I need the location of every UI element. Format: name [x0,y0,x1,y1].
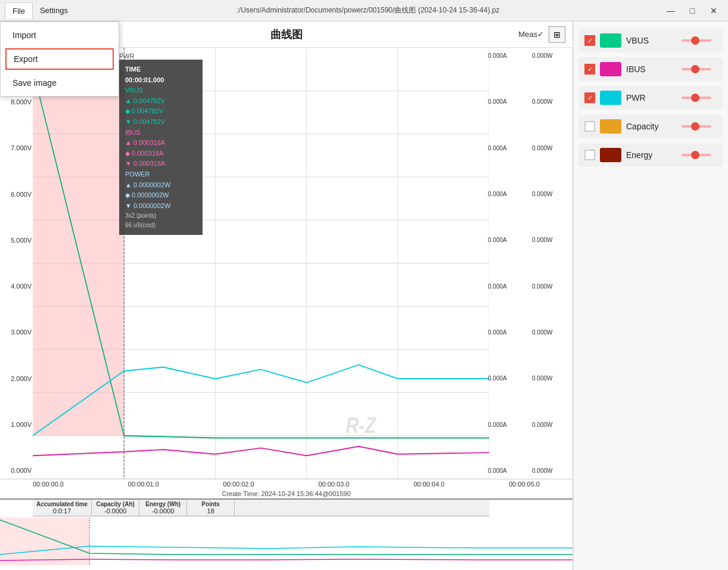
tooltip-vbus-down: ▼ 0.004782V [125,117,197,128]
x-axis: 00:00:00.0 00:00:01.0 00:00:02.0 00:00:0… [0,479,573,489]
title-bar: File Settings :/Users/Administrator/Docu… [0,0,728,21]
tooltip-time-value: 00:00:01.000 [125,75,197,86]
ibus-slider[interactable] [682,68,717,70]
energy-checkbox[interactable] [584,150,595,160]
y-right1-label: 0.000A [488,98,528,105]
export-item[interactable]: Export [5,48,114,70]
capacity-value: -0.0000 [104,507,126,515]
y-axis-left: 9.000V 8.000V 7.000V 6.000V 5.000V 4.000… [0,48,33,479]
pwr-color [600,91,621,105]
tooltip-cost: 66 uS(cost) [125,221,197,230]
chart-footer: Accumulated time 0:0:17 Capacity (Ah) -0… [0,498,573,570]
minimize-button[interactable]: — [661,4,680,18]
tooltip-power-mid: ◆ 0.0000002W [125,190,197,201]
x-label: 00:00:04.0 [413,481,444,488]
tooltip-vbus-label: VBUS [125,85,197,96]
pwr-slider[interactable] [682,97,717,99]
window-controls: — □ ✕ [661,4,723,18]
capacity-col: Capacity (Ah) -0.0000 [92,500,139,516]
y-right2-label: 0.000W [532,191,571,197]
capacity-label: Capacity [626,122,677,131]
ibus-label: IBUS [626,64,677,74]
table-icon-button[interactable]: ⊞ [549,26,565,43]
y-right1-label: 0.000A [488,145,528,151]
tooltip-ibus-label: IBUS [125,128,197,138]
points-value: 18 [207,507,214,515]
y-right2-label: 0.000W [532,375,571,382]
y-right1-label: 0.000A [488,329,528,336]
capacity-checkbox[interactable] [584,121,595,132]
y-right2-label: 0.000W [532,145,571,151]
y-right1-label: 0.000A [488,191,528,197]
y-right2-label: 0.000W [532,329,571,336]
chart-tooltip: TIME 00:00:01.000 VBUS ▲ 0.004782V ◆ 0.0… [119,60,203,235]
settings-menu[interactable]: Settings [33,2,75,18]
import-item[interactable]: Import [1,24,119,46]
file-menu[interactable]: File [5,2,33,19]
y-right1-label: 0.000A [488,52,528,59]
chart-main: PWR 9.000V 8.000V 7.000V 6.000V 5.000V 4… [0,48,573,479]
chart-controls: Meas✓ ⊞ [518,26,565,43]
y-label: 5.000V [1,237,32,244]
meas-button[interactable]: Meas✓ [518,30,544,39]
legend-capacity: Capacity [578,114,723,138]
y-right2-label: 0.000W [532,422,571,428]
maximize-button[interactable]: □ [683,4,702,18]
energy-value: -0.0000 [152,507,174,515]
legend-panel: ✓ VBUS ✓ IBUS ✓ PWR [573,21,728,570]
y-label: 1.000V [1,421,32,428]
close-button[interactable]: ✕ [704,4,723,18]
main-area: 曲线图 Meas✓ ⊞ PWR 9.000V 8.000V 7.000V 6.0… [0,21,728,570]
summary-table: Accumulated time 0:0:17 Capacity (Ah) -0… [33,500,489,516]
tooltip-power-up: ▲ 0.0000002W [125,180,197,191]
chart-panel: 曲线图 Meas✓ ⊞ PWR 9.000V 8.000V 7.000V 6.0… [0,21,573,570]
tooltip-vbus-mid: ◆ 0.004782V [125,106,197,117]
capacity-color [600,119,621,134]
y-right1-label: 0.000A [488,283,528,290]
legend-pwr: ✓ PWR [578,86,723,110]
ibus-checkbox[interactable]: ✓ [584,64,595,75]
accum-time-value: 0:0:17 [53,507,71,515]
vbus-color [600,33,621,48]
y-label: 4.000V [1,283,32,290]
x-label: 00:00:03.0 [318,481,349,488]
y-right1-label: 0.000A [488,375,528,382]
legend-ibus: ✓ IBUS [578,57,723,81]
y-right1-label: 0.000A [488,467,528,474]
tooltip-ibus-up: ▲ 0.000318A [125,138,197,148]
energy-col: Energy (Wh) -0.0000 [139,500,187,516]
window-path: :/Users/Administrator/Documents/powerz/0… [75,5,661,16]
y-label: 0.000V [1,467,32,474]
y-right2-label: 0.000W [532,98,571,105]
tooltip-power-down: ▼ 0.0000002W [125,201,197,212]
x-label: 00:00:02.0 [223,481,254,488]
y-label: 7.000V [1,144,32,151]
accum-time-header: Accumulated time [36,501,88,507]
capacity-slider[interactable] [682,125,717,128]
preview-chart-svg [0,518,573,565]
energy-color [600,148,621,162]
pwr-checkbox[interactable]: ✓ [584,92,595,103]
y-right2-label: 0.000W [532,467,571,474]
svg-text:R-Z: R-Z [346,413,377,437]
points-header: Points [201,501,220,507]
accum-time-col: Accumulated time 0:0:17 [33,500,92,516]
ibus-color [600,62,621,76]
y-right2-label: 0.000W [532,237,571,243]
vbus-checkbox[interactable]: ✓ [584,35,595,46]
save-image-item[interactable]: Save image [1,72,119,94]
preview-chart-container[interactable] [0,518,573,565]
vbus-label: VBUS [626,36,677,45]
vbus-slider[interactable] [682,39,717,42]
energy-slider[interactable] [682,154,717,156]
energy-header: Energy (Wh) [145,501,181,507]
capacity-header: Capacity (Ah) [96,501,134,507]
y-label: 2.000V [1,375,32,382]
legend-energy: Energy [578,143,723,167]
tooltip-time-label: TIME [125,64,197,75]
y-axis-right2: 0.000W 0.000W 0.000W 0.000W 0.000W 0.000… [531,48,573,479]
chart-body: PWR 9.000V 8.000V 7.000V 6.000V 5.000V 4… [0,48,573,570]
chart-title: 曲线图 [55,27,518,42]
legend-vbus: ✓ VBUS [578,29,723,52]
chart-svg: R-Z [33,48,489,479]
